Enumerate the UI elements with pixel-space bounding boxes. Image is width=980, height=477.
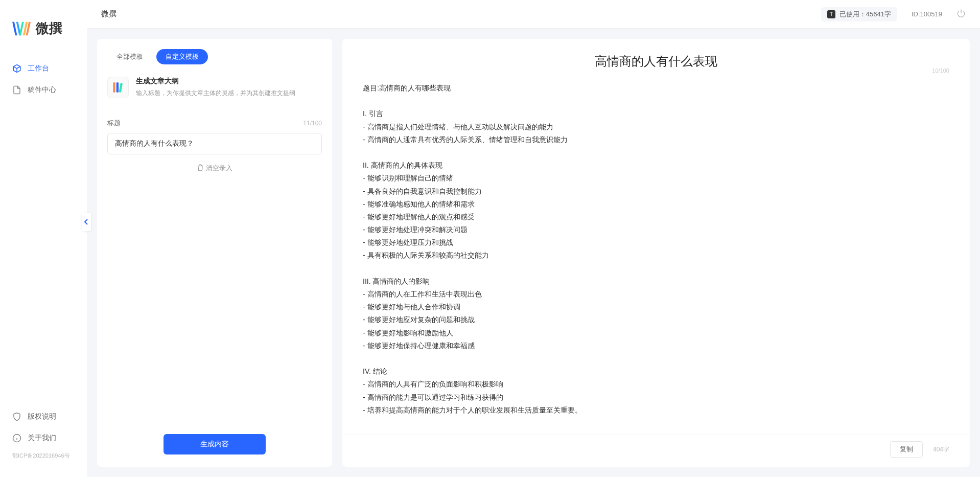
usage-badge[interactable]: T 已使用： 45641字 (821, 7, 897, 21)
nav-bottom: 版权说明 关于我们 鄂ICP备2022016946号 (0, 406, 87, 468)
power-icon[interactable] (956, 9, 966, 20)
logo[interactable]: 微撰 (0, 9, 87, 58)
output-word-count: 404字 (933, 445, 949, 454)
svg-rect-4 (113, 82, 115, 93)
template-desc: 输入标题，为你提供文章主体的灵感，并为其创建推文提纲 (136, 89, 322, 98)
copy-button[interactable]: 复制 (890, 441, 923, 458)
generate-button[interactable]: 生成内容 (164, 434, 266, 455)
nav-item-label: 稿件中心 (28, 85, 56, 95)
usage-prefix: 已使用： (839, 10, 866, 19)
nav-item-about[interactable]: 关于我们 (0, 427, 87, 449)
sidebar: 微撰 工作台 稿 (0, 0, 87, 477)
header: 微撰 T 已使用： 45641字 ID:100519 (87, 0, 980, 29)
books-icon (107, 77, 129, 98)
clear-input-button[interactable]: 清空录入 (107, 164, 322, 173)
logo-text: 微撰 (36, 19, 62, 37)
shield-icon (12, 412, 21, 421)
clear-input-label: 清空录入 (206, 164, 232, 173)
user-id: ID:100519 (912, 10, 942, 18)
header-title: 微撰 (101, 9, 116, 19)
output-body[interactable]: 题目:高情商的人有哪些表现 I. 引言 - 高情商是指人们处理情绪、与他人互动以… (342, 82, 970, 428)
document-icon (12, 85, 21, 95)
input-panel: 全部模板 自定义模板 生成文章大纲 输入标题，为你提供文章主体的灵感，并为其创建… (97, 39, 332, 467)
nav-item-copyright[interactable]: 版权说明 (0, 406, 87, 427)
icp-text: 鄂ICP备2022016946号 (0, 449, 87, 463)
output-title-count: 10/100 (932, 67, 949, 74)
output-panel: 高情商的人有什么表现 10/100 题目:高情商的人有哪些表现 I. 引言 - … (342, 39, 970, 467)
collapse-sidebar-handle[interactable] (82, 213, 91, 231)
template-card: 生成文章大纲 输入标题，为你提供文章主体的灵感，并为其创建推文提纲 (107, 75, 322, 107)
title-char-count: 11/100 (303, 120, 322, 127)
nav-item-workspace[interactable]: 工作台 (0, 58, 87, 79)
info-icon (12, 434, 21, 443)
logo-icon (12, 20, 32, 37)
usage-value: 45641字 (866, 10, 891, 19)
nav-item-drafts[interactable]: 稿件中心 (0, 79, 87, 101)
template-title: 生成文章大纲 (136, 77, 322, 86)
tab-all-templates[interactable]: 全部模板 (107, 49, 152, 64)
nav-menu: 工作台 稿件中心 (0, 58, 87, 406)
output-title[interactable]: 高情商的人有什么表现 (595, 53, 717, 70)
tab-custom-templates[interactable]: 自定义模板 (156, 49, 208, 64)
cube-icon (12, 64, 21, 73)
svg-rect-6 (119, 83, 123, 93)
title-label: 标题 (107, 119, 121, 128)
nav-item-label: 关于我们 (28, 434, 56, 443)
template-tabs: 全部模板 自定义模板 (107, 49, 322, 64)
svg-rect-5 (116, 82, 119, 93)
title-input[interactable] (107, 133, 322, 154)
text-icon: T (827, 10, 835, 18)
nav-item-label: 版权说明 (28, 412, 56, 421)
nav-item-label: 工作台 (28, 64, 49, 73)
trash-icon (197, 164, 204, 173)
